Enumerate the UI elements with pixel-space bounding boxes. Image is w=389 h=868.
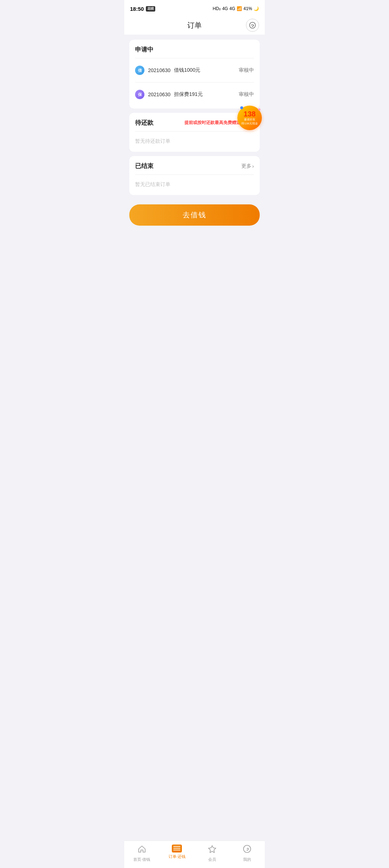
gray-spacer [124, 233, 265, 305]
ended-more-button[interactable]: 更多 › [241, 163, 254, 169]
ended-header: 已结束 更多 › [135, 162, 254, 170]
invite-badge[interactable]: 138 邀请好友 得138元现金 [237, 106, 262, 130]
badge-dot-1 [240, 106, 243, 109]
order-status-2: 审核中 [239, 91, 254, 98]
applying-card: 申请中 借 20210630 借钱1000元 审核中 保 20210630 担保… [129, 40, 260, 108]
main-content: 申请中 借 20210630 借钱1000元 审核中 保 20210630 担保… [124, 35, 265, 200]
divider-1 [135, 58, 254, 58]
order-date-1: 20210630 [148, 67, 170, 73]
invite-sub-line2: 得138元现金 [241, 122, 258, 125]
pending-card: 待还款 提前或按时还款最高免费赠送10积分 暂无待还款订单 138 邀请好友 得… [129, 113, 260, 152]
nav-label-mine: 我的 [243, 857, 251, 862]
network-icon: HD₂ [213, 6, 221, 11]
battery-level: 41% [243, 6, 252, 11]
divider-3 [135, 131, 254, 132]
network-4g2-icon: 4G [229, 6, 235, 11]
nav-label-order: 订单·还钱 [169, 854, 185, 859]
status-icons: HD₂ 4G 4G 📶 41% 🌙 [213, 6, 259, 11]
pending-empty: 暂无待还款订单 [135, 135, 254, 146]
svg-marker-1 [209, 846, 216, 852]
badge-dot-2 [258, 108, 260, 111]
wifi-icon: 📶 [237, 6, 242, 11]
order-date-2: 20210630 [148, 92, 170, 97]
divider-4 [135, 174, 254, 175]
pending-title: 待还款 [135, 119, 153, 127]
invite-number: 138 [243, 110, 255, 118]
order-desc-2: 担保费191元 [174, 91, 239, 98]
applying-title: 申请中 [135, 45, 254, 54]
message-icon-button[interactable] [246, 19, 259, 32]
chevron-right-icon: › [252, 163, 254, 169]
mine-icon [243, 845, 251, 855]
bottom-nav: 首页·借钱 订单·还钱 会员 我的 [124, 841, 265, 868]
invite-sub-line1: 邀请好友 [244, 118, 255, 121]
order-badge-bao: 保 [135, 90, 144, 99]
nav-item-member[interactable]: 会员 [201, 845, 223, 862]
moon-icon: 🌙 [254, 6, 259, 11]
order-badge-jie: 借 [135, 66, 144, 75]
svg-point-0 [250, 22, 256, 28]
order-desc-1: 借钱1000元 [174, 67, 239, 74]
ended-card: 已结束 更多 › 暂无已结束订单 [129, 156, 260, 195]
status-bar: 18:50 花呗 HD₂ 4G 4G 📶 41% 🌙 [124, 0, 265, 16]
status-time: 18:50 [130, 6, 144, 12]
order-icon [172, 845, 182, 852]
live-badge: 花呗 [146, 6, 155, 12]
order-item-1[interactable]: 借 20210630 借钱1000元 审核中 [135, 62, 254, 79]
nav-item-order[interactable]: 订单·还钱 [166, 845, 188, 859]
order-status-1: 审核中 [239, 67, 254, 74]
ended-empty: 暂无已结束订单 [135, 178, 254, 189]
header: 订单 [124, 16, 265, 35]
pending-header: 待还款 提前或按时还款最高免费赠送10积分 [135, 119, 254, 127]
nav-item-home[interactable]: 首页·借钱 [131, 845, 153, 862]
member-icon [208, 845, 216, 855]
order-item-2[interactable]: 保 20210630 担保费191元 审核中 [135, 86, 254, 103]
nav-label-member: 会员 [208, 857, 216, 862]
nav-item-mine[interactable]: 我的 [236, 845, 258, 862]
nav-label-home: 首页·借钱 [133, 857, 150, 862]
network-4g-icon: 4G [222, 6, 228, 11]
page-title: 订单 [187, 21, 202, 30]
ended-title: 已结束 [135, 162, 153, 170]
borrow-button[interactable]: 去借钱 [129, 204, 260, 226]
divider-2 [135, 82, 254, 83]
borrow-button-wrap: 去借钱 [124, 200, 265, 233]
home-icon [138, 845, 146, 855]
